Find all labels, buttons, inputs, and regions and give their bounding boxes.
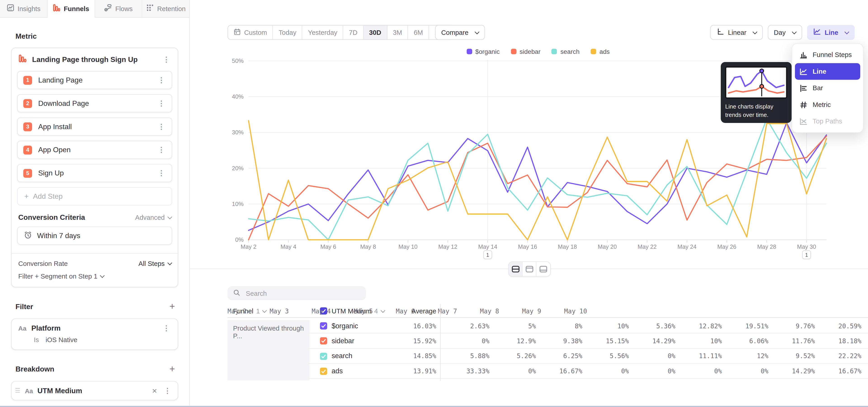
search-input[interactable]	[245, 289, 360, 298]
date-column-header-may-7[interactable]: May 7	[438, 307, 480, 315]
legend-label: sidebar	[520, 48, 540, 55]
chevron-down-icon	[167, 261, 172, 265]
step-label: Landing Page	[38, 76, 157, 84]
svg-text:May 24: May 24	[677, 244, 696, 250]
insights-icon	[6, 4, 14, 13]
legend-item-search[interactable]: search	[552, 48, 580, 55]
row-checkbox[interactable]	[320, 337, 327, 345]
menu-item-bar[interactable]: Bar	[795, 80, 860, 96]
svg-text:May 2: May 2	[241, 244, 256, 250]
legend-swatch	[466, 49, 472, 54]
step-kebab-icon[interactable]: ⋮	[157, 169, 166, 177]
row-checkbox[interactable]	[320, 322, 327, 330]
row-checkbox[interactable]	[320, 352, 327, 360]
date-column-header-may-10[interactable]: May 10	[564, 307, 606, 315]
value-cell: 0%	[482, 334, 489, 349]
value-cell: 5.26%	[517, 349, 536, 364]
funnel-step-1[interactable]: 1Landing Page⋮	[17, 71, 172, 89]
value-cell: 9.38%	[563, 334, 583, 349]
date-column-header-may-9[interactable]: May 9	[522, 307, 564, 315]
table-row-search[interactable]: search14.85%5.88%5.26%6.25%5.56%0%11.11%…	[309, 349, 868, 364]
table-row-ads[interactable]: ads13.91%33.33%0%16.67%0%0%0%0%14.29%16.…	[309, 364, 868, 379]
value-cell: 20.59%	[838, 318, 862, 334]
step-number-badge: 4	[23, 146, 32, 154]
menu-item-label: Line	[813, 68, 826, 75]
remove-breakdown-icon[interactable]: ✕	[151, 387, 158, 395]
value-cell: 12.82%	[699, 318, 722, 334]
step-number-badge: 2	[23, 99, 32, 107]
add-step-button[interactable]: + Add Step	[17, 187, 172, 206]
breakdown-card[interactable]: ☰ Aa UTM Medium ✕ ⋮	[11, 381, 178, 401]
flows-icon	[104, 4, 112, 13]
string-type-icon: Aa	[18, 325, 26, 331]
date-column-header-may-8[interactable]: May 8	[480, 307, 522, 315]
breakdown-kebab-icon[interactable]: ⋮	[163, 387, 172, 394]
menu-item-line[interactable]: Line	[795, 63, 860, 80]
table-row-organic[interactable]: $organic16.03%2.63%5%8%10%5.36%12.82%19.…	[309, 318, 868, 334]
date-column-header-may-2[interactable]: May 2	[228, 307, 270, 315]
conversion-window-button[interactable]: Within 7 days	[17, 226, 172, 245]
value-cell: 5%	[528, 318, 536, 334]
metric-kebab-icon[interactable]: ⋮	[162, 56, 171, 63]
segment-label: search	[332, 352, 352, 360]
funnel-step-4[interactable]: 4App Open⋮	[17, 140, 172, 159]
step-kebab-icon[interactable]: ⋮	[157, 123, 166, 130]
step-label: Download Page	[38, 99, 157, 107]
menu-item-metric[interactable]: Metric	[795, 96, 860, 113]
filter-value[interactable]: iOS Native	[46, 336, 77, 344]
date-column-header-may-3[interactable]: May 3	[270, 307, 312, 315]
value-cell: 15.15%	[606, 334, 629, 349]
filter-operator[interactable]: Is	[34, 336, 39, 344]
line-chart[interactable]: 0%10%20%30%40%50%May 2May 4May 6May 8May…	[190, 0, 868, 266]
conversion-rate-steps-dropdown[interactable]: All Steps	[138, 260, 171, 268]
plus-icon: +	[24, 192, 29, 200]
date-column-header-may-5[interactable]: May 5	[354, 307, 396, 315]
menu-item-funnel-steps[interactable]: Funnel Steps	[795, 46, 860, 63]
svg-text:May 28: May 28	[757, 244, 776, 250]
value-cell: 0%	[761, 364, 768, 379]
filter-segment-dropdown[interactable]: Filter + Segment on Step 1	[11, 268, 178, 287]
annotation-badge-may-14[interactable]: 1	[483, 250, 492, 259]
value-cell: 11.76%	[792, 334, 815, 349]
tab-retention[interactable]: Retention	[143, 0, 190, 18]
funnel-step-5[interactable]: 5Sign Up⋮	[17, 164, 172, 182]
legend-item-ads[interactable]: ads	[591, 48, 610, 55]
add-filter-button[interactable]: +	[169, 302, 175, 311]
add-breakdown-button[interactable]: +	[169, 364, 175, 374]
tab-funnels[interactable]: Funnels	[48, 0, 95, 18]
series-line-organic[interactable]	[249, 123, 827, 230]
legend-item-sidebar[interactable]: sidebar	[511, 48, 541, 55]
legend-label: search	[560, 48, 580, 55]
step-kebab-icon[interactable]: ⋮	[157, 100, 166, 107]
legend-label: $organic	[475, 48, 500, 55]
chevron-down-icon	[167, 214, 172, 219]
svg-text:May 6: May 6	[320, 244, 336, 250]
svg-text:May 4: May 4	[281, 244, 296, 250]
date-column-header-may-4[interactable]: May 4	[312, 307, 354, 315]
row-checkbox[interactable]	[320, 368, 327, 375]
drag-handle-icon[interactable]: ☰	[15, 387, 20, 394]
funnel-name-cell[interactable]: Product Viewed through P...	[228, 320, 309, 380]
table-row-sidebar[interactable]: sidebar15.92%0%12.9%9.38%15.15%14.29%10%…	[309, 334, 868, 349]
value-cell: 16.67%	[838, 364, 862, 379]
annotation-badge-may-30[interactable]: 1	[802, 250, 811, 259]
funnel-step-3[interactable]: 3App Install⋮	[17, 117, 172, 136]
series-line-sidebar[interactable]	[249, 136, 827, 240]
chart-type-menu: Funnel StepsLineBarMetricTop Paths	[792, 43, 864, 133]
series-line-ads[interactable]	[249, 121, 827, 240]
filter-card[interactable]: Aa Platform ⋮ Is iOS Native	[11, 318, 178, 350]
tab-flows[interactable]: Flows	[95, 0, 143, 18]
legend-item-organic[interactable]: $organic	[466, 48, 500, 55]
step-kebab-icon[interactable]: ⋮	[157, 76, 166, 84]
filter-kebab-icon[interactable]: ⋮	[162, 324, 171, 332]
step-number-badge: 3	[23, 122, 32, 131]
svg-text:30%: 30%	[232, 129, 243, 135]
tab-insights[interactable]: Insights	[0, 0, 48, 18]
svg-text:May 22: May 22	[638, 244, 657, 250]
query-builder-sidebar: Metric Landing Page through Sign Up ⋮ 1L…	[0, 18, 190, 407]
step-kebab-icon[interactable]: ⋮	[157, 146, 166, 154]
advanced-dropdown[interactable]: Advanced	[135, 214, 171, 221]
date-column-header-may-6[interactable]: May 6	[396, 307, 438, 315]
svg-text:May 18: May 18	[558, 244, 577, 250]
funnel-step-2[interactable]: 2Download Page⋮	[17, 94, 172, 113]
